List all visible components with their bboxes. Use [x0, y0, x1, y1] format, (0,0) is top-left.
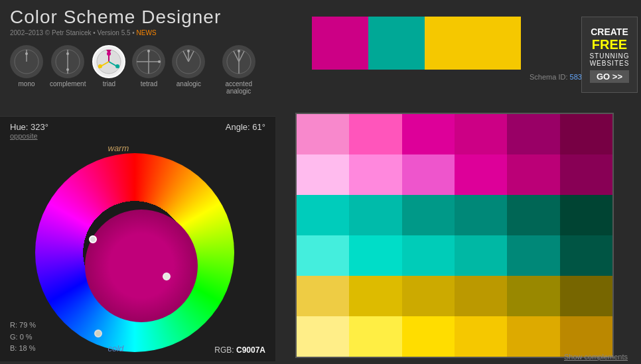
ad-banner[interactable]: CREATE FREE STUNNING WEBSITES GO >> [581, 17, 638, 93]
grid-cell-3-1[interactable] [349, 235, 401, 276]
grid-cell-2-0[interactable] [297, 195, 349, 235]
grid-cell-3-5[interactable] [560, 235, 612, 276]
grid-cell-4-2[interactable] [402, 276, 455, 316]
grid-cell-1-5[interactable] [560, 154, 612, 195]
grid-cell-2-1[interactable] [349, 195, 401, 235]
grid-cell-1-3[interactable] [455, 154, 507, 195]
grid-cell-3-4[interactable] [507, 235, 559, 276]
triad-icon [92, 45, 125, 78]
svg-point-7 [66, 68, 69, 71]
grid-cell-2-4[interactable] [507, 195, 559, 235]
analogic-icon [172, 45, 205, 78]
triad-label: triad [103, 80, 115, 88]
grid-cell-4-0[interactable] [297, 276, 349, 316]
rgb-b: B: 18 % [10, 343, 36, 355]
rgb-hex: C9007A [236, 345, 265, 355]
opposite-link[interactable]: opposite [0, 132, 275, 140]
grid-cell-2-2[interactable] [402, 195, 455, 235]
grid-cell-5-5[interactable] [560, 316, 612, 357]
swatch-yellow[interactable] [425, 17, 521, 70]
grid-cell-1-2[interactable] [402, 154, 455, 195]
color-wheel[interactable] [35, 153, 234, 352]
handle-secondary-2[interactable] [94, 330, 102, 337]
swatch-pink[interactable] [312, 17, 368, 70]
rgb-display: R: 79 % G: 0 % B: 18 % [10, 320, 36, 355]
grid-cell-0-0[interactable] [297, 114, 349, 154]
grid-cell-1-1[interactable] [349, 154, 401, 195]
svg-line-31 [234, 51, 239, 62]
grid-cell-2-3[interactable] [455, 195, 507, 235]
grid-cell-4-3[interactable] [455, 276, 507, 316]
color-grid [295, 113, 614, 358]
grid-cell-5-3[interactable] [455, 316, 507, 357]
ad-create: CREATE [591, 27, 628, 37]
scheme-accented-analogic[interactable]: accented analogic [212, 45, 265, 95]
ad-go[interactable]: GO >> [590, 70, 629, 83]
grid-cell-0-2[interactable] [402, 114, 455, 154]
handle-primary[interactable] [89, 235, 97, 243]
grid-cell-5-4[interactable] [507, 316, 559, 357]
grid-cell-5-2[interactable] [402, 316, 455, 357]
show-complements[interactable]: Show complements [564, 353, 628, 361]
complement-label: complement [50, 80, 86, 88]
grid-cell-3-3[interactable] [455, 235, 507, 276]
hue-display: Hue: 323° [10, 122, 48, 132]
left-panel: Color Scheme Designer 2002–2013 © Petr S… [0, 0, 275, 364]
ad-stunning: STUNNING [589, 52, 629, 60]
grid-cell-1-0[interactable] [297, 154, 349, 195]
hue-value: 323° [31, 122, 48, 132]
grid-cell-0-3[interactable] [455, 114, 507, 154]
angle-value: 61° [252, 122, 265, 132]
grid-cell-5-0[interactable] [297, 316, 349, 357]
warm-label: warm [108, 143, 129, 153]
scheme-mono[interactable]: mono [10, 45, 43, 88]
svg-point-22 [158, 60, 161, 63]
svg-point-14 [115, 64, 119, 68]
analogic-label: analogic [177, 80, 201, 88]
handle-secondary-1[interactable] [163, 273, 171, 280]
mono-label: mono [18, 80, 35, 88]
svg-point-6 [66, 52, 69, 55]
svg-line-26 [183, 51, 188, 62]
rgb-code: RGB: C9007A [214, 345, 265, 355]
wheel-center [85, 210, 198, 322]
angle-display: Angle: 61° [226, 122, 265, 132]
rgb-g: G: 0 % [10, 332, 36, 343]
scheme-complement[interactable]: complement [50, 45, 86, 88]
scheme-types: mono complement [0, 40, 275, 100]
grid-cell-0-5[interactable] [560, 114, 612, 154]
grid-cell-0-1[interactable] [349, 114, 401, 154]
grid-cell-4-4[interactable] [507, 276, 559, 316]
scheme-analogic[interactable]: analogic [172, 45, 205, 88]
app-header: Color Scheme Designer 2002–2013 © Petr S… [0, 0, 275, 40]
mono-icon [10, 45, 43, 78]
grid-cell-5-1[interactable] [349, 316, 401, 357]
app-subtitle: 2002–2013 © Petr Stanicek • Version 5.5 … [10, 29, 265, 36]
ad-free: FREE [592, 37, 627, 52]
wheel-header: Hue: 323° Angle: 61° [0, 117, 275, 132]
svg-point-33 [238, 50, 240, 52]
tetrad-label: tetrad [141, 80, 158, 88]
grid-cell-0-4[interactable] [507, 114, 559, 154]
grid-cell-3-0[interactable] [297, 235, 349, 276]
right-panel: Schema ID: 5832mx0w5w0w3 CREATE FREE STU… [275, 0, 641, 364]
scheme-tetrad[interactable]: tetrad [132, 45, 165, 88]
grid-cell-4-1[interactable] [349, 276, 401, 316]
cold-label: cold [108, 343, 124, 353]
svg-line-30 [239, 51, 244, 62]
news-link[interactable]: NEWS [137, 29, 157, 36]
svg-point-21 [147, 50, 150, 52]
swatch-teal[interactable] [368, 17, 425, 70]
grid-cell-3-2[interactable] [402, 235, 455, 276]
accented-analogic-icon [222, 45, 255, 78]
app-title: Color Scheme Designer [10, 7, 265, 28]
grid-cell-2-5[interactable] [560, 195, 612, 235]
accented-analogic-label: accented analogic [212, 80, 265, 95]
tetrad-icon [132, 45, 165, 78]
scheme-triad[interactable]: triad [92, 45, 125, 88]
svg-line-25 [188, 51, 194, 62]
grid-cell-1-4[interactable] [507, 154, 559, 195]
svg-point-13 [107, 52, 111, 56]
grid-cell-4-5[interactable] [560, 276, 612, 316]
color-wheel-section: Hue: 323° Angle: 61° opposite warm cold [0, 116, 275, 361]
